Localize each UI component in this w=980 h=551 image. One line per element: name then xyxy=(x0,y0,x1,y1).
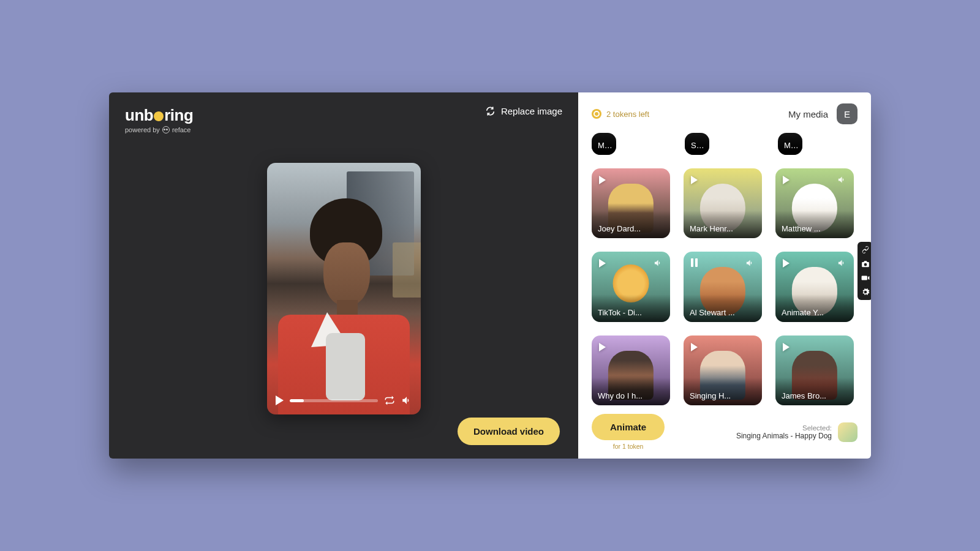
play-icon xyxy=(599,176,606,184)
template-card[interactable]: Why do I h... xyxy=(592,335,670,405)
my-media-link[interactable]: My media xyxy=(788,109,828,119)
play-icon xyxy=(599,343,606,351)
sound-icon xyxy=(745,258,755,268)
sound-icon xyxy=(654,258,663,268)
tokens-badge[interactable]: 2 tokens left xyxy=(592,109,649,119)
preview-figure xyxy=(323,242,370,306)
logo-dot-icon xyxy=(154,111,164,121)
template-card[interactable]: So I wake ... xyxy=(685,133,709,155)
side-toolbar xyxy=(858,242,871,300)
library-header: 2 tokens left My media E xyxy=(592,103,858,124)
sound-icon xyxy=(837,175,846,184)
brand-block: unbring powered by reface xyxy=(125,106,193,133)
selected-thumbnail[interactable] xyxy=(838,422,858,442)
play-icon xyxy=(599,259,606,268)
template-card[interactable]: Joey Dard... xyxy=(592,168,670,238)
template-card[interactable]: Mark Henr... xyxy=(684,168,762,238)
preview-figure xyxy=(326,333,365,400)
video-tool-icon[interactable] xyxy=(861,274,870,282)
animate-button[interactable]: Animate xyxy=(592,414,665,440)
selected-name: Singing Animals - Happy Dog xyxy=(736,432,832,440)
progress-fill xyxy=(290,399,304,402)
play-icon[interactable] xyxy=(276,395,284,405)
loop-button[interactable] xyxy=(384,395,395,406)
card-label: TikTok - Di... xyxy=(592,294,670,322)
editor-header: unbring powered by reface Replace image xyxy=(125,106,562,133)
card-label: Al Stewart ... xyxy=(684,294,762,322)
card-label: Why do I h... xyxy=(592,378,670,405)
animate-cost: for 1 token xyxy=(613,443,644,450)
card-label: Marilyn M... xyxy=(592,133,616,155)
pause-icon xyxy=(691,258,698,267)
powered-by-name: reface xyxy=(172,126,191,133)
brand-logo: unbring xyxy=(125,106,193,125)
card-label: Matthew ... xyxy=(775,211,854,238)
powered-prefix: powered by xyxy=(125,126,160,133)
editor-panel: unbring powered by reface Replace image xyxy=(109,92,578,459)
tokens-label: 2 tokens left xyxy=(606,110,649,119)
play-icon xyxy=(783,343,790,351)
template-row-partial: Marilyn M...So I wake ...Moc s ren... xyxy=(592,133,858,155)
selected-text: Selected: Singing Animals - Happy Dog xyxy=(736,424,832,440)
replace-label: Replace image xyxy=(501,106,562,116)
token-icon xyxy=(592,109,601,119)
preview-bg xyxy=(393,242,421,298)
template-card[interactable]: TikTok - Di... xyxy=(592,252,670,321)
download-video-button[interactable]: Download video xyxy=(458,418,560,445)
template-grid-scroll[interactable]: Marilyn M...So I wake ...Moc s ren... Jo… xyxy=(592,133,858,405)
play-icon xyxy=(691,176,698,184)
card-label: Joey Dard... xyxy=(592,211,670,238)
settings-tool-icon[interactable] xyxy=(861,288,870,296)
app-window: unbring powered by reface Replace image xyxy=(109,92,871,459)
user-avatar[interactable]: E xyxy=(837,103,858,124)
library-footer: Animate for 1 token Selected: Singing An… xyxy=(592,405,858,450)
header-right: My media E xyxy=(788,103,858,124)
animate-block: Animate for 1 token xyxy=(592,414,665,450)
card-label: Animate Y... xyxy=(775,294,854,322)
selected-label: Selected: xyxy=(736,424,832,432)
card-label: Moc s ren... xyxy=(778,133,802,155)
video-preview[interactable] xyxy=(267,163,421,414)
template-card[interactable]: Singing H... xyxy=(684,335,762,405)
play-icon xyxy=(783,176,790,184)
template-card[interactable]: Matthew ... xyxy=(775,168,854,238)
selected-block: Selected: Singing Animals - Happy Dog xyxy=(736,422,858,442)
card-label: Mark Henr... xyxy=(684,211,762,238)
volume-button[interactable] xyxy=(401,395,412,406)
sound-icon xyxy=(837,258,846,268)
preview-area xyxy=(125,133,562,444)
card-label: So I wake ... xyxy=(685,133,709,155)
template-card[interactable]: Moc s ren... xyxy=(778,133,802,155)
reface-icon xyxy=(162,126,170,133)
replace-icon xyxy=(485,106,496,116)
play-icon xyxy=(691,343,698,351)
camera-tool-icon[interactable] xyxy=(861,260,870,268)
card-label: Singing H... xyxy=(684,378,762,405)
powered-by: powered by reface xyxy=(125,126,193,133)
template-card[interactable]: Al Stewart ... xyxy=(684,252,762,321)
video-controls xyxy=(276,395,412,406)
play-icon xyxy=(783,259,790,268)
template-card[interactable]: Marilyn M... xyxy=(592,133,616,155)
progress-bar[interactable] xyxy=(290,399,378,402)
template-grid: Joey Dard...Mark Henr...Matthew ...TikTo… xyxy=(592,168,858,405)
template-card[interactable]: Animate Y... xyxy=(775,252,854,321)
link-tool-icon[interactable] xyxy=(861,246,870,254)
replace-image-button[interactable]: Replace image xyxy=(485,106,562,116)
library-panel: 2 tokens left My media E Marilyn M...So … xyxy=(578,92,871,459)
card-label: James Bro... xyxy=(775,378,854,405)
template-card[interactable]: James Bro... xyxy=(775,335,854,405)
